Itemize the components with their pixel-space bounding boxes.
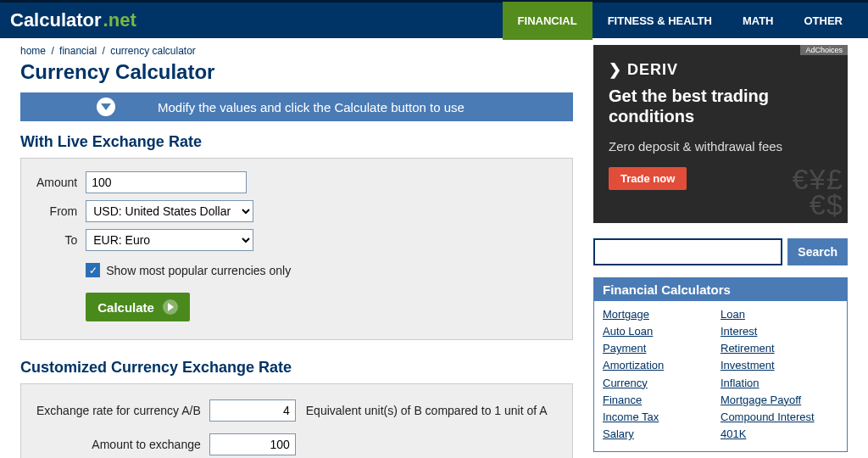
link-income-tax[interactable]: Income Tax <box>603 409 721 426</box>
link-mortgage[interactable]: Mortgage <box>603 306 721 323</box>
page-title: Currency Calculator <box>20 60 573 84</box>
sidebar: AdChoices ❯DERIV Get the best trading co… <box>593 45 848 458</box>
amount-label: Amount <box>33 169 81 196</box>
nav-math[interactable]: MATH <box>727 2 789 40</box>
exchange-amount-input[interactable] <box>209 433 296 455</box>
calculate-live-label: Calculate <box>97 300 154 315</box>
nav-fitness-health[interactable]: FITNESS & HEALTH <box>593 2 727 40</box>
logo-suffix: .net <box>103 9 136 31</box>
link-loan[interactable]: Loan <box>721 306 838 323</box>
breadcrumb-currency-calculator[interactable]: currency calculator <box>110 45 196 57</box>
exchange-amount-label: Amount to exchange <box>33 428 204 458</box>
link-salary[interactable]: Salary <box>603 426 721 443</box>
link-inflation[interactable]: Inflation <box>721 375 838 392</box>
popular-only-checkbox[interactable]: ✓ <box>86 263 100 277</box>
financial-calculators-header: Financial Calculators <box>594 278 847 301</box>
currency-symbols-icon: € ¥ £€ $ <box>792 166 839 218</box>
ad-banner[interactable]: AdChoices ❯DERIV Get the best trading co… <box>593 45 848 223</box>
breadcrumb: home / financial / currency calculator <box>20 45 573 57</box>
link-payment[interactable]: Payment <box>603 340 721 357</box>
instruction-bar: Modify the values and click the Calculat… <box>20 92 573 121</box>
link-401k[interactable]: 401K <box>721 426 838 443</box>
site-logo[interactable]: Calculator .net <box>10 9 136 31</box>
logo-name: Calculator <box>10 9 102 31</box>
link-mortgage-payoff[interactable]: Mortgage Payoff <box>721 392 838 409</box>
top-navbar: Calculator .net FINANCIAL FITNESS & HEAL… <box>0 0 868 38</box>
amount-input[interactable] <box>86 171 247 193</box>
to-label: To <box>33 226 81 254</box>
search-button[interactable]: Search <box>787 238 848 265</box>
ad-headline: Get the best trading conditions <box>609 86 832 126</box>
search-row: Search <box>593 238 848 265</box>
ad-brand: DERIV <box>627 61 678 79</box>
deriv-logo-icon: ❯ <box>609 60 622 79</box>
from-currency-select[interactable]: USD: United States Dollar <box>86 200 253 222</box>
custom-rate-heading: Customized Currency Exchange Rate <box>20 359 573 377</box>
adchoices-badge[interactable]: AdChoices <box>800 45 848 55</box>
financial-calculators-box: Financial Calculators Mortgage Auto Loan… <box>593 277 848 452</box>
link-finance[interactable]: Finance <box>603 392 721 409</box>
live-rate-heading: With Live Exchange Rate <box>20 133 573 151</box>
chevron-down-icon[interactable] <box>97 98 115 116</box>
link-auto-loan[interactable]: Auto Loan <box>603 323 721 340</box>
rate-note: Equivalent unit(s) of B compared to 1 un… <box>301 394 551 427</box>
breadcrumb-home[interactable]: home <box>20 45 46 57</box>
ad-cta-button[interactable]: Trade now <box>609 167 687 190</box>
breadcrumb-financial[interactable]: financial <box>59 45 97 57</box>
nav-other[interactable]: OTHER <box>789 2 859 40</box>
link-compound-interest[interactable]: Compound Interest <box>721 409 838 426</box>
instruction-text: Modify the values and click the Calculat… <box>158 100 465 114</box>
main-content: home / financial / currency calculator C… <box>20 45 593 458</box>
link-investment[interactable]: Investment <box>721 357 838 374</box>
popular-only-label: Show most popular currencies only <box>106 264 291 277</box>
link-interest[interactable]: Interest <box>721 323 838 340</box>
ad-subtext: Zero deposit & withdrawal fees <box>609 138 832 155</box>
nav-financial[interactable]: FINANCIAL <box>503 2 593 40</box>
link-retirement[interactable]: Retirement <box>721 340 838 357</box>
main-nav: FINANCIAL FITNESS & HEALTH MATH OTHER <box>503 2 858 40</box>
link-amortization[interactable]: Amortization <box>603 357 721 374</box>
link-currency[interactable]: Currency <box>603 375 721 392</box>
to-currency-select[interactable]: EUR: Euro <box>86 229 253 251</box>
calculate-live-button[interactable]: Calculate <box>86 293 190 321</box>
play-icon <box>163 299 178 315</box>
live-rate-panel: Amount From USD: United States Dollar To… <box>20 158 573 340</box>
custom-rate-panel: Exchange rate for currency A/B Equivalen… <box>20 383 573 458</box>
rate-input[interactable] <box>209 399 296 422</box>
rate-label: Exchange rate for currency A/B <box>33 394 204 427</box>
search-input[interactable] <box>593 238 782 265</box>
from-label: From <box>33 198 81 225</box>
